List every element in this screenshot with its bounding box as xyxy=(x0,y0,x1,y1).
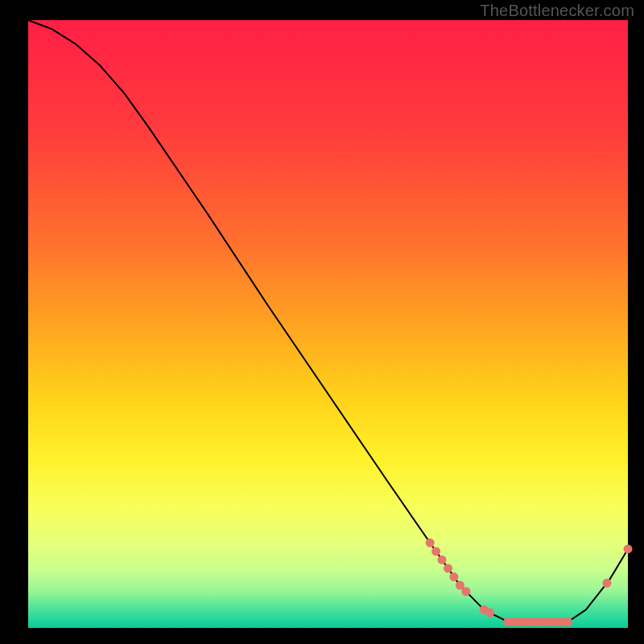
curve-marker xyxy=(485,609,494,617)
chart-frame: { "attribution": "TheBottlenecker.com", … xyxy=(0,0,644,644)
curve-marker xyxy=(438,555,447,564)
curve-marker xyxy=(602,579,611,588)
curve-marker xyxy=(449,572,458,581)
curve-marker xyxy=(444,564,452,573)
curve-marker xyxy=(564,617,572,626)
curve-marker xyxy=(461,587,470,596)
attribution-text: TheBottlenecker.com xyxy=(480,2,634,20)
curve-marker xyxy=(431,547,440,555)
bottleneck-chart xyxy=(0,0,644,644)
curve-marker xyxy=(426,539,435,547)
plot-background xyxy=(28,20,628,628)
curve-marker xyxy=(624,544,633,553)
